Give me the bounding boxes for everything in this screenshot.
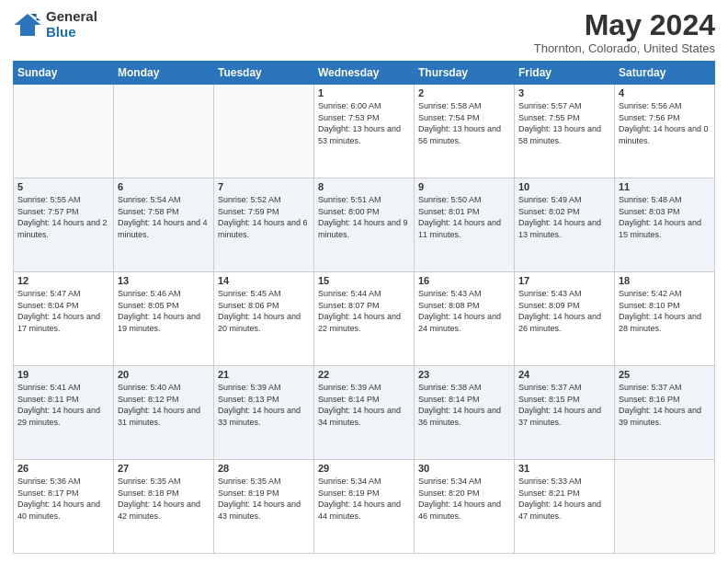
table-row: 12Sunrise: 5:47 AMSunset: 8:04 PMDayligh… bbox=[14, 272, 114, 366]
svg-marker-0 bbox=[15, 14, 41, 36]
calendar-week-2: 5Sunrise: 5:55 AMSunset: 7:57 PMDaylight… bbox=[14, 178, 715, 272]
calendar-header-row: Sunday Monday Tuesday Wednesday Thursday… bbox=[14, 62, 715, 85]
col-tuesday: Tuesday bbox=[214, 62, 314, 85]
calendar-week-4: 19Sunrise: 5:41 AMSunset: 8:11 PMDayligh… bbox=[14, 366, 715, 460]
table-row: 24Sunrise: 5:37 AMSunset: 8:15 PMDayligh… bbox=[515, 366, 615, 460]
logo: General Blue bbox=[13, 9, 97, 40]
table-row: 8Sunrise: 5:51 AMSunset: 8:00 PMDaylight… bbox=[314, 178, 415, 272]
table-row: 29Sunrise: 5:34 AMSunset: 8:19 PMDayligh… bbox=[314, 460, 415, 554]
calendar-week-3: 12Sunrise: 5:47 AMSunset: 8:04 PMDayligh… bbox=[14, 272, 715, 366]
table-row: 11Sunrise: 5:48 AMSunset: 8:03 PMDayligh… bbox=[615, 178, 715, 272]
calendar-week-1: 1Sunrise: 6:00 AMSunset: 7:53 PMDaylight… bbox=[14, 85, 715, 178]
table-row: 4Sunrise: 5:56 AMSunset: 7:56 PMDaylight… bbox=[615, 85, 715, 178]
col-monday: Monday bbox=[114, 62, 214, 85]
table-row: 5Sunrise: 5:55 AMSunset: 7:57 PMDaylight… bbox=[14, 178, 114, 272]
logo-text: General Blue bbox=[46, 9, 97, 40]
title-block: May 2024 Thornton, Colorado, United Stat… bbox=[534, 9, 715, 55]
table-row: 9Sunrise: 5:50 AMSunset: 8:01 PMDaylight… bbox=[415, 178, 515, 272]
table-row: 13Sunrise: 5:46 AMSunset: 8:05 PMDayligh… bbox=[114, 272, 214, 366]
table-row: 22Sunrise: 5:39 AMSunset: 8:14 PMDayligh… bbox=[314, 366, 415, 460]
header: General Blue May 2024 Thornton, Colorado… bbox=[13, 9, 715, 55]
table-row: 18Sunrise: 5:42 AMSunset: 8:10 PMDayligh… bbox=[615, 272, 715, 366]
table-row: 19Sunrise: 5:41 AMSunset: 8:11 PMDayligh… bbox=[14, 366, 114, 460]
table-row bbox=[114, 85, 214, 178]
calendar-location: Thornton, Colorado, United States bbox=[534, 41, 715, 55]
table-row: 21Sunrise: 5:39 AMSunset: 8:13 PMDayligh… bbox=[214, 366, 314, 460]
logo-icon bbox=[13, 10, 42, 40]
table-row: 6Sunrise: 5:54 AMSunset: 7:58 PMDaylight… bbox=[114, 178, 214, 272]
table-row: 3Sunrise: 5:57 AMSunset: 7:55 PMDaylight… bbox=[515, 85, 615, 178]
table-row: 28Sunrise: 5:35 AMSunset: 8:19 PMDayligh… bbox=[214, 460, 314, 554]
table-row: 31Sunrise: 5:33 AMSunset: 8:21 PMDayligh… bbox=[515, 460, 615, 554]
table-row: 26Sunrise: 5:36 AMSunset: 8:17 PMDayligh… bbox=[14, 460, 114, 554]
col-saturday: Saturday bbox=[615, 62, 715, 85]
table-row bbox=[214, 85, 314, 178]
table-row: 2Sunrise: 5:58 AMSunset: 7:54 PMDaylight… bbox=[415, 85, 515, 178]
table-row bbox=[615, 460, 715, 554]
calendar-week-5: 26Sunrise: 5:36 AMSunset: 8:17 PMDayligh… bbox=[14, 460, 715, 554]
table-row: 10Sunrise: 5:49 AMSunset: 8:02 PMDayligh… bbox=[515, 178, 615, 272]
page: General Blue May 2024 Thornton, Colorado… bbox=[0, 0, 728, 563]
calendar-title: May 2024 bbox=[534, 9, 715, 41]
table-row: 17Sunrise: 5:43 AMSunset: 8:09 PMDayligh… bbox=[515, 272, 615, 366]
col-friday: Friday bbox=[515, 62, 615, 85]
col-thursday: Thursday bbox=[415, 62, 515, 85]
calendar-table: Sunday Monday Tuesday Wednesday Thursday… bbox=[13, 61, 715, 554]
col-sunday: Sunday bbox=[14, 62, 114, 85]
logo-general-label: General bbox=[46, 9, 97, 25]
table-row: 25Sunrise: 5:37 AMSunset: 8:16 PMDayligh… bbox=[615, 366, 715, 460]
table-row: 15Sunrise: 5:44 AMSunset: 8:07 PMDayligh… bbox=[314, 272, 415, 366]
table-row: 20Sunrise: 5:40 AMSunset: 8:12 PMDayligh… bbox=[114, 366, 214, 460]
table-row: 27Sunrise: 5:35 AMSunset: 8:18 PMDayligh… bbox=[114, 460, 214, 554]
table-row: 16Sunrise: 5:43 AMSunset: 8:08 PMDayligh… bbox=[415, 272, 515, 366]
table-row: 23Sunrise: 5:38 AMSunset: 8:14 PMDayligh… bbox=[415, 366, 515, 460]
table-row bbox=[14, 85, 114, 178]
table-row: 7Sunrise: 5:52 AMSunset: 7:59 PMDaylight… bbox=[214, 178, 314, 272]
col-wednesday: Wednesday bbox=[314, 62, 415, 85]
table-row: 30Sunrise: 5:34 AMSunset: 8:20 PMDayligh… bbox=[415, 460, 515, 554]
table-row: 14Sunrise: 5:45 AMSunset: 8:06 PMDayligh… bbox=[214, 272, 314, 366]
logo-blue-label: Blue bbox=[46, 25, 97, 40]
table-row: 1Sunrise: 6:00 AMSunset: 7:53 PMDaylight… bbox=[314, 85, 415, 178]
